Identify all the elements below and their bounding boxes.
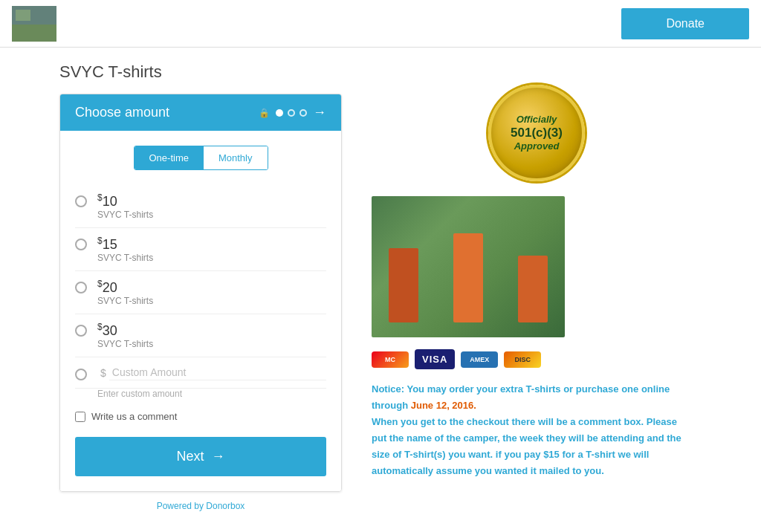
widget-header-controls: 🔒 → — [259, 105, 326, 120]
step-dot-2 — [288, 109, 295, 117]
frequency-tabs: One-time Monthly — [134, 146, 268, 170]
amount-info-30: $30 SVYC T-shirts — [97, 322, 153, 349]
next-arrow-icon: → — [212, 449, 225, 464]
comment-row: Write us a comment — [75, 411, 326, 422]
notice-text: Notice: You may order your extra T-shirt… — [372, 381, 684, 480]
notice-text2: When you get to the checkout there will … — [372, 416, 681, 476]
amount-row-20[interactable]: $20 SVYC T-shirts — [75, 271, 326, 314]
amex-icon: AMEX — [461, 351, 498, 368]
custom-amount-input[interactable] — [109, 365, 326, 380]
header: Donate — [0, 0, 761, 48]
amount-value-15: $15 — [97, 236, 153, 253]
step-dot-3 — [299, 109, 307, 117]
person-3 — [518, 256, 548, 322]
page-title: SVYC T-shirts — [59, 62, 342, 82]
widget-body: One-time Monthly $10 SVYC T-shirts — [60, 131, 341, 491]
radio-30[interactable] — [75, 325, 87, 337]
comment-label[interactable]: Write us a comment — [91, 411, 177, 422]
badge-line2: 501(c)(3) — [511, 126, 563, 140]
amount-value-30: $30 — [97, 322, 153, 339]
amount-info-10: $10 SVYC T-shirts — [97, 192, 153, 220]
widget-title: Choose amount — [75, 105, 169, 120]
mastercard-icon: MC — [372, 351, 409, 368]
amount-label-10: SVYC T-shirts — [97, 210, 153, 220]
radio-custom[interactable] — [75, 369, 87, 380]
person-1 — [389, 248, 418, 322]
badge-container: Officially 501(c)(3) Approved — [372, 85, 702, 181]
amount-label-30: SVYC T-shirts — [97, 339, 153, 349]
person-2 — [453, 233, 483, 322]
custom-dollar-sign: $ — [100, 367, 106, 379]
notice-date: June 12, 2016. — [411, 400, 476, 411]
next-label: Next — [176, 449, 204, 464]
radio-10[interactable] — [75, 195, 87, 207]
step-dot-1 — [276, 109, 283, 117]
donate-button[interactable]: Donate — [621, 8, 749, 39]
site-logo[interactable] — [12, 6, 56, 42]
badge-line1: Officially — [516, 114, 557, 126]
amount-row-15[interactable]: $15 SVYC T-shirts — [75, 228, 326, 271]
tab-monthly[interactable]: Monthly — [204, 146, 268, 169]
amount-label-15: SVYC T-shirts — [97, 253, 153, 263]
radio-15[interactable] — [75, 239, 87, 250]
next-step-arrow[interactable]: → — [313, 105, 326, 120]
svg-rect-2 — [16, 10, 30, 21]
amount-info-15: $15 SVYC T-shirts — [97, 236, 153, 263]
amount-row-30[interactable]: $30 SVYC T-shirts — [75, 314, 326, 357]
donation-widget: Choose amount 🔒 → One-time Monthly — [59, 94, 342, 492]
right-column: Officially 501(c)(3) Approved MC VISA AM… — [372, 62, 702, 511]
photo-container — [372, 196, 702, 337]
left-column: SVYC T-shirts Choose amount 🔒 → — [59, 62, 342, 511]
group-photo — [372, 196, 565, 337]
custom-amount-row: $ — [75, 357, 326, 389]
visa-icon: VISA — [415, 349, 455, 369]
tab-one-time[interactable]: One-time — [135, 146, 204, 169]
amount-label-20: SVYC T-shirts — [97, 296, 153, 306]
custom-hint: Enter custom amount — [97, 389, 326, 399]
amount-info-20: $20 SVYC T-shirts — [97, 279, 153, 306]
payment-icons: MC VISA AMEX DISC — [372, 349, 702, 369]
amount-value-10: $10 — [97, 192, 153, 210]
amount-options: $10 SVYC T-shirts $15 SVYC T-shirts — [75, 185, 326, 399]
radio-20[interactable] — [75, 282, 87, 293]
comment-checkbox[interactable] — [75, 412, 85, 422]
amount-value-20: $20 — [97, 279, 153, 296]
amount-row-10[interactable]: $10 SVYC T-shirts — [75, 185, 326, 228]
step-dots — [276, 109, 307, 117]
lock-icon: 🔒 — [259, 108, 270, 118]
donorbox-link[interactable]: Powered by Donorbox — [157, 501, 245, 511]
next-button[interactable]: Next → — [75, 437, 326, 476]
main-content: SVYC T-shirts Choose amount 🔒 → — [0, 48, 761, 526]
badge-501c3: Officially 501(c)(3) Approved — [488, 85, 585, 181]
widget-header: Choose amount 🔒 → — [60, 94, 341, 131]
badge-line3: Approved — [514, 140, 560, 152]
powered-by: Powered by Donorbox — [59, 501, 342, 511]
discover-icon: DISC — [504, 351, 541, 368]
